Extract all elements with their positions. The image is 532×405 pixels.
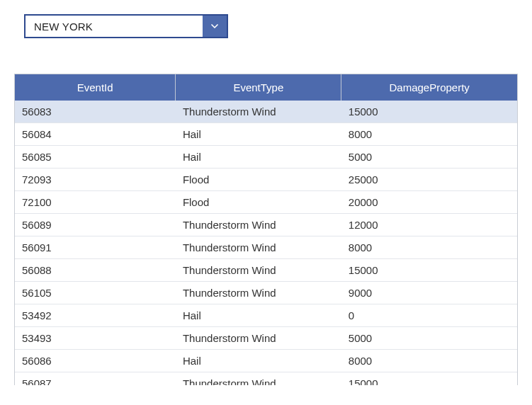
table-row[interactable]: 56105Thunderstorm Wind9000 xyxy=(15,282,517,304)
cell-damageproperty: 8000 xyxy=(341,123,517,146)
cell-eventid: 56085 xyxy=(15,146,176,169)
cell-eventid: 56088 xyxy=(15,259,176,282)
cell-damageproperty: 5000 xyxy=(341,146,517,169)
cell-eventtype: Hail xyxy=(176,304,341,327)
cell-eventtype: Thunderstorm Wind xyxy=(176,259,341,282)
cell-eventid: 72100 xyxy=(15,191,176,214)
cell-eventid: 56086 xyxy=(15,350,176,372)
cell-eventtype: Hail xyxy=(176,146,341,169)
cell-eventid: 53493 xyxy=(15,327,176,350)
table-row[interactable]: 53492Hail0 xyxy=(15,304,517,327)
table-row[interactable]: 56087Thunderstorm Wind15000 xyxy=(15,372,517,386)
cell-damageproperty: 9000 xyxy=(341,282,517,304)
cell-eventid: 56087 xyxy=(15,372,176,386)
table-row[interactable]: 56083Thunderstorm Wind15000 xyxy=(15,101,517,123)
cell-eventtype: Thunderstorm Wind xyxy=(176,372,341,386)
column-header-eventid[interactable]: EventId xyxy=(15,74,176,101)
column-header-damageproperty[interactable]: DamageProperty xyxy=(341,74,517,101)
cell-eventtype: Hail xyxy=(176,350,341,372)
events-table-container: EventId EventType DamageProperty 56083Th… xyxy=(14,74,518,385)
cell-eventtype: Hail xyxy=(176,123,341,146)
cell-eventid: 56105 xyxy=(15,282,176,304)
cell-damageproperty: 12000 xyxy=(341,214,517,236)
cell-damageproperty: 20000 xyxy=(341,191,517,214)
column-header-eventtype[interactable]: EventType xyxy=(176,74,341,101)
cell-damageproperty: 8000 xyxy=(341,236,517,259)
table-row[interactable]: 72093Flood25000 xyxy=(15,169,517,191)
cell-eventid: 56091 xyxy=(15,236,176,259)
cell-eventid: 56089 xyxy=(15,214,176,236)
chevron-down-icon xyxy=(203,16,227,37)
cell-damageproperty: 15000 xyxy=(341,101,517,123)
table-row[interactable]: 56088Thunderstorm Wind15000 xyxy=(15,259,517,282)
table-row[interactable]: 72100Flood20000 xyxy=(15,191,517,214)
events-table: EventId EventType DamageProperty 56083Th… xyxy=(15,74,517,385)
cell-eventtype: Thunderstorm Wind xyxy=(176,214,341,236)
state-dropdown-value: NEW YORK xyxy=(26,16,203,37)
cell-eventid: 53492 xyxy=(15,304,176,327)
cell-damageproperty: 5000 xyxy=(341,327,517,350)
cell-eventtype: Thunderstorm Wind xyxy=(176,282,341,304)
table-row[interactable]: 56084Hail8000 xyxy=(15,123,517,146)
cell-eventtype: Thunderstorm Wind xyxy=(176,101,341,123)
table-row[interactable]: 53493Thunderstorm Wind5000 xyxy=(15,327,517,350)
table-row[interactable]: 56089Thunderstorm Wind12000 xyxy=(15,214,517,236)
cell-eventtype: Thunderstorm Wind xyxy=(176,236,341,259)
cell-eventtype: Thunderstorm Wind xyxy=(176,327,341,350)
cell-damageproperty: 8000 xyxy=(341,350,517,372)
cell-damageproperty: 15000 xyxy=(341,372,517,386)
cell-eventtype: Flood xyxy=(176,169,341,191)
table-header-row: EventId EventType DamageProperty xyxy=(15,74,517,101)
cell-damageproperty: 0 xyxy=(341,304,517,327)
cell-eventid: 56083 xyxy=(15,101,176,123)
cell-eventtype: Flood xyxy=(176,191,341,214)
cell-eventid: 72093 xyxy=(15,169,176,191)
cell-damageproperty: 15000 xyxy=(341,259,517,282)
table-row[interactable]: 56085Hail5000 xyxy=(15,146,517,169)
cell-damageproperty: 25000 xyxy=(341,169,517,191)
table-row[interactable]: 56086Hail8000 xyxy=(15,350,517,372)
state-dropdown[interactable]: NEW YORK xyxy=(24,14,228,38)
cell-eventid: 56084 xyxy=(15,123,176,146)
table-row[interactable]: 56091Thunderstorm Wind8000 xyxy=(15,236,517,259)
